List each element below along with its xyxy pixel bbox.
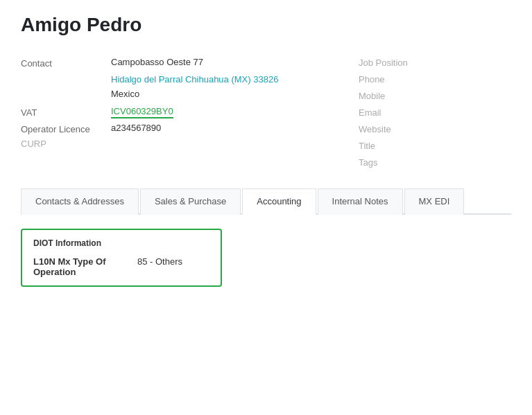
tags-label: Tags xyxy=(359,157,377,168)
tab-accounting[interactable]: Accounting xyxy=(242,188,316,215)
curp-label: CURP xyxy=(21,139,111,149)
contact-label: Contact xyxy=(21,57,111,69)
website-label: Website xyxy=(359,124,391,134)
vat-value: ICV060329BY0 xyxy=(111,106,173,118)
website-field: Website xyxy=(359,123,511,134)
email-label: Email xyxy=(359,107,381,118)
tags-field: Tags xyxy=(359,157,511,168)
diot-box: DIOT Information L10N Mx Type Of Operati… xyxy=(21,229,222,287)
diot-row: L10N Mx Type Of Operation 85 - Others xyxy=(33,256,209,277)
job-position-field: Job Position xyxy=(359,57,511,68)
phone-label: Phone xyxy=(359,74,385,85)
tab-sales[interactable]: Sales & Purchase xyxy=(140,188,241,215)
page-title: Amigo Pedro xyxy=(21,14,511,36)
vat-label: VAT xyxy=(21,106,111,118)
title-field: Title xyxy=(359,140,511,151)
vat-row: VAT ICV060329BY0 xyxy=(21,106,331,118)
tab-contacts[interactable]: Contacts & Addresses xyxy=(21,188,139,215)
tab-internal-notes[interactable]: Internal Notes xyxy=(318,188,403,215)
address-line1: Campobasso Oeste 77 xyxy=(111,57,203,67)
diot-field-label: L10N Mx Type Of Operation xyxy=(33,256,123,277)
operator-licence-row: Operator Licence a234567890 xyxy=(21,123,331,134)
tab-mx-edi[interactable]: MX EDI xyxy=(404,188,465,215)
curp-row: CURP xyxy=(21,139,331,149)
email-field: Email xyxy=(359,107,511,118)
address-line2: Hidalgo del Parral Chihuahua (MX) 33826 xyxy=(111,73,331,87)
title-label: Title xyxy=(359,141,375,151)
tab-content: DIOT Information L10N Mx Type Of Operati… xyxy=(21,215,511,301)
operator-licence-label: Operator Licence xyxy=(21,123,111,134)
tabs-container: Contacts & Addresses Sales & Purchase Ac… xyxy=(21,187,511,215)
mobile-field: Mobile xyxy=(359,90,511,101)
operator-licence-value: a234567890 xyxy=(111,123,161,133)
address-block: Hidalgo del Parral Chihuahua (MX) 33826 … xyxy=(111,73,331,102)
form-right: Job Position Phone Mobile Email Website … xyxy=(359,57,511,173)
diot-title: DIOT Information xyxy=(33,238,209,248)
contact-row: Contact Campobasso Oeste 77 xyxy=(21,57,331,69)
form-section: Contact Campobasso Oeste 77 Hidalgo del … xyxy=(21,57,511,173)
job-position-label: Job Position xyxy=(359,58,408,68)
form-left: Contact Campobasso Oeste 77 Hidalgo del … xyxy=(21,57,331,173)
diot-field-value: 85 - Others xyxy=(137,256,182,267)
mobile-label: Mobile xyxy=(359,91,385,101)
phone-field: Phone xyxy=(359,73,511,85)
page-container: Amigo Pedro Contact Campobasso Oeste 77 … xyxy=(0,0,532,315)
country: Mexico xyxy=(111,87,331,102)
